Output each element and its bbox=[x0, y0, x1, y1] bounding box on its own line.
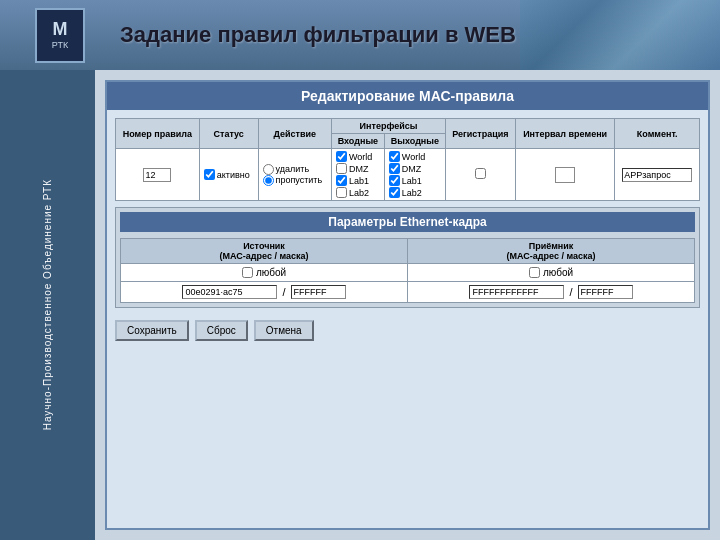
ethernet-section: Параметры Ethernet-кадра Источник(МАС-ад… bbox=[115, 207, 700, 308]
buttons-row: Сохранить Сброс Отмена bbox=[115, 320, 700, 341]
interval-input[interactable] bbox=[555, 167, 575, 183]
cell-status: активно bbox=[199, 149, 258, 201]
cell-incoming: World DMZ Lab1 bbox=[331, 149, 384, 201]
source-mac-cell: / bbox=[121, 282, 408, 303]
col-status: Статус bbox=[199, 119, 258, 149]
dialog-body: Номер правила Статус Действие Интерфейсы… bbox=[107, 110, 708, 528]
col-action: Действие bbox=[258, 119, 331, 149]
cell-action: удалить пропустить bbox=[258, 149, 331, 201]
dest-mac-cell: / bbox=[408, 282, 695, 303]
col-incoming: Входные bbox=[331, 134, 384, 149]
header-background bbox=[520, 0, 720, 70]
in-world-label: World bbox=[349, 152, 372, 162]
mac-rules-table: Номер правила Статус Действие Интерфейсы… bbox=[115, 118, 700, 201]
out-dmz-checkbox[interactable] bbox=[389, 163, 400, 174]
out-world-checkbox[interactable] bbox=[389, 151, 400, 162]
dest-separator: / bbox=[569, 286, 572, 298]
out-lab2-label: Lab2 bbox=[402, 188, 422, 198]
action-delete-label: удалить bbox=[276, 164, 310, 174]
out-lab1-label: Lab1 bbox=[402, 176, 422, 186]
in-world-checkbox[interactable] bbox=[336, 151, 347, 162]
page-title: Задание правил фильтрации в WEB bbox=[120, 22, 516, 48]
logo-box: M РТК bbox=[35, 8, 85, 63]
source-any-label: любой bbox=[256, 267, 286, 278]
dest-mac-input[interactable] bbox=[469, 285, 564, 299]
ethernet-title: Параметры Ethernet-кадра bbox=[120, 212, 695, 232]
logo-area: M РТК bbox=[20, 8, 100, 63]
col-outgoing: Выходные bbox=[384, 134, 445, 149]
table-row: активно удалить пропустить bbox=[116, 149, 700, 201]
cell-registration bbox=[446, 149, 516, 201]
logo-label: РТК bbox=[52, 40, 68, 50]
action-pass-label: пропустить bbox=[276, 175, 323, 185]
dest-any-cell: любой bbox=[408, 264, 695, 282]
registration-checkbox[interactable] bbox=[475, 168, 486, 179]
dest-any-checkbox[interactable] bbox=[529, 267, 540, 278]
header: M РТК Задание правил фильтрации в WEB bbox=[0, 0, 720, 70]
source-header: Источник(МАС-адрес / маска) bbox=[121, 239, 408, 264]
action-pass-radio[interactable] bbox=[263, 175, 274, 186]
col-registration: Регистрация bbox=[446, 119, 516, 149]
any-row: любой любой bbox=[121, 264, 695, 282]
sidebar-label: Научно-Производственное Объединение РТК bbox=[42, 179, 53, 430]
col-interfaces: Интерфейсы bbox=[331, 119, 445, 134]
dest-any-label: любой bbox=[543, 267, 573, 278]
save-button[interactable]: Сохранить bbox=[115, 320, 189, 341]
col-comment: Коммент. bbox=[615, 119, 700, 149]
action-delete-radio[interactable] bbox=[263, 164, 274, 175]
out-lab1-checkbox[interactable] bbox=[389, 175, 400, 186]
out-world-label: World bbox=[402, 152, 425, 162]
main-content: Редактирование МАС-правила Номер правила… bbox=[95, 70, 720, 540]
cell-comment bbox=[615, 149, 700, 201]
dialog-box: Редактирование МАС-правила Номер правила… bbox=[105, 80, 710, 530]
out-dmz-label: DMZ bbox=[402, 164, 422, 174]
comment-input[interactable] bbox=[622, 168, 692, 182]
dest-header: Приёмник(МАС-адрес / маска) bbox=[408, 239, 695, 264]
status-checkbox[interactable] bbox=[204, 169, 215, 180]
cancel-button[interactable]: Отмена bbox=[254, 320, 314, 341]
col-rule-number: Номер правила bbox=[116, 119, 200, 149]
in-dmz-checkbox[interactable] bbox=[336, 163, 347, 174]
cell-interval bbox=[515, 149, 615, 201]
reset-button[interactable]: Сброс bbox=[195, 320, 248, 341]
sidebar: Научно-Производственное Объединение РТК bbox=[0, 70, 95, 540]
cell-rule-number bbox=[116, 149, 200, 201]
in-lab2-checkbox[interactable] bbox=[336, 187, 347, 198]
dialog-title: Редактирование МАС-правила bbox=[107, 82, 708, 110]
source-any-checkbox[interactable] bbox=[242, 267, 253, 278]
source-mac-input[interactable] bbox=[182, 285, 277, 299]
source-mask-input[interactable] bbox=[291, 285, 346, 299]
in-lab1-checkbox[interactable] bbox=[336, 175, 347, 186]
cell-outgoing: World DMZ Lab1 bbox=[384, 149, 445, 201]
status-label: активно bbox=[217, 170, 250, 180]
source-any-cell: любой bbox=[121, 264, 408, 282]
out-lab2-checkbox[interactable] bbox=[389, 187, 400, 198]
dest-mask-input[interactable] bbox=[578, 285, 633, 299]
source-separator: / bbox=[282, 286, 285, 298]
col-interval: Интервал времени bbox=[515, 119, 615, 149]
logo-icon: M bbox=[53, 20, 68, 38]
in-lab2-label: Lab2 bbox=[349, 188, 369, 198]
rule-number-input[interactable] bbox=[143, 168, 171, 182]
mac-row: / / bbox=[121, 282, 695, 303]
ethernet-table: Источник(МАС-адрес / маска) Приёмник(МАС… bbox=[120, 238, 695, 303]
in-lab1-label: Lab1 bbox=[349, 176, 369, 186]
in-dmz-label: DMZ bbox=[349, 164, 369, 174]
